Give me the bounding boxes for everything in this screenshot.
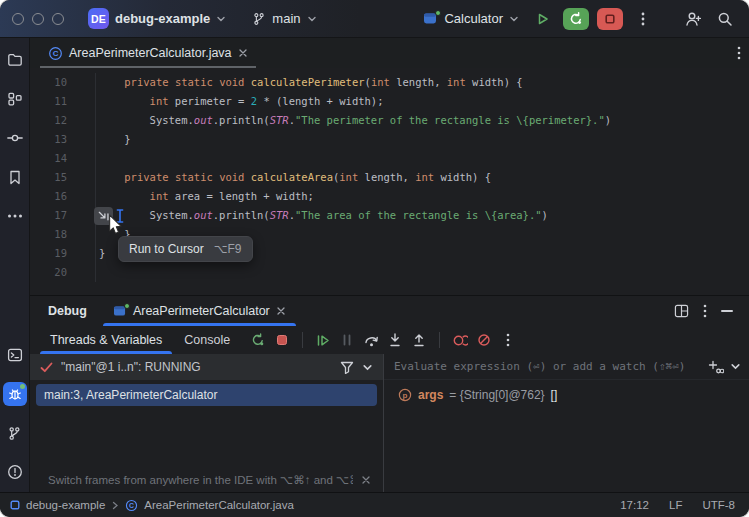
- code-editor[interactable]: 10 private static void calculatePerimete…: [30, 68, 749, 295]
- session-app-icon: [113, 305, 127, 317]
- step-out-button[interactable]: [411, 332, 427, 348]
- sidebar-item-more[interactable]: [3, 204, 27, 228]
- code-line[interactable]: 17 System.out.println(STR."The area of t…: [30, 206, 749, 225]
- debug-running-dot: [20, 384, 25, 389]
- stack-frame-label: main:3, AreaPerimeterCalculator: [44, 388, 217, 402]
- add-watch-icon[interactable]: [708, 360, 724, 374]
- project-widget[interactable]: DE debug-example: [82, 5, 232, 32]
- tab-threads-variables[interactable]: Threads & Variables: [48, 326, 164, 354]
- gutter[interactable]: [67, 225, 96, 244]
- rerun-debug-button[interactable]: [563, 8, 589, 30]
- chevron-right-icon: [111, 501, 119, 510]
- code-line[interactable]: 11 int perimeter = 2 * (length + width);: [30, 92, 749, 111]
- editor-tab[interactable]: C AreaPerimeterCalculator.java: [40, 38, 256, 68]
- thread-selector[interactable]: "main"@1 i..n": RUNNING: [30, 354, 383, 380]
- code-text: int perimeter = 2 * (length + width);: [96, 92, 384, 111]
- rerun-button[interactable]: [250, 332, 266, 348]
- chevron-down-icon: [307, 14, 317, 24]
- code-text: System.out.println(STR."The area of the …: [96, 206, 548, 225]
- resume-button[interactable]: [315, 332, 331, 348]
- debug-more-kebab-icon[interactable]: [500, 332, 516, 348]
- sidebar-item-problems[interactable]: [3, 460, 27, 484]
- gutter[interactable]: [67, 244, 96, 263]
- hide-panel-icon[interactable]: [721, 310, 733, 312]
- code-line[interactable]: 16 int area = length + width;: [30, 187, 749, 206]
- parameter-icon: p: [398, 388, 412, 402]
- gutter[interactable]: [67, 111, 96, 130]
- stop-debug-button[interactable]: [274, 332, 290, 348]
- run-more-actions-button[interactable]: [631, 8, 655, 30]
- structure-icon: [7, 91, 23, 107]
- pause-button[interactable]: [339, 332, 355, 348]
- thread-status-check-icon: [40, 362, 53, 373]
- code-line[interactable]: 13 }: [30, 130, 749, 149]
- branch-widget[interactable]: main: [246, 8, 322, 29]
- stop-square-icon: [604, 13, 616, 25]
- chevron-down-icon[interactable]: [362, 362, 373, 373]
- user-plus-icon: [685, 11, 702, 27]
- sidebar-item-project[interactable]: [3, 48, 27, 72]
- file-encoding[interactable]: UTF-8: [702, 499, 735, 511]
- line-number: 18: [30, 225, 67, 244]
- commit-node-icon: [7, 130, 23, 146]
- search-everywhere-button[interactable]: [713, 8, 737, 30]
- gutter[interactable]: [67, 92, 96, 111]
- zoom-window-button[interactable]: [52, 13, 64, 25]
- code-line[interactable]: 20: [30, 263, 749, 282]
- project-badge-icon: DE: [88, 8, 109, 29]
- gutter[interactable]: [67, 263, 96, 282]
- mute-breakpoints-button[interactable]: [476, 332, 492, 348]
- chevron-down-icon[interactable]: [730, 361, 741, 372]
- step-into-button[interactable]: [387, 332, 403, 348]
- debug-session-tab[interactable]: AreaPerimeterCalculator: [109, 296, 290, 326]
- panel-options-kebab-icon[interactable]: [703, 304, 707, 318]
- tab-console[interactable]: Console: [182, 326, 232, 354]
- sidebar-item-bookmarks[interactable]: [3, 165, 27, 189]
- stop-button[interactable]: [597, 8, 623, 30]
- step-into-icon: [389, 333, 401, 347]
- minimize-window-button[interactable]: [32, 13, 44, 25]
- code-line[interactable]: 15 private static void calculateArea(int…: [30, 168, 749, 187]
- run-configuration-selector[interactable]: Calculator: [419, 8, 523, 29]
- line-ending[interactable]: LF: [669, 499, 682, 511]
- titlebar: DE debug-example main Calculator: [0, 0, 749, 38]
- gutter[interactable]: [67, 206, 96, 225]
- close-icon[interactable]: [276, 306, 286, 316]
- ide-window: DE debug-example main Calculator: [0, 0, 749, 517]
- hint-text: Switch frames from anywhere in the IDE w…: [48, 473, 353, 487]
- sidebar-item-commit[interactable]: [3, 126, 27, 150]
- variable-row-args[interactable]: p args = {String[0]@762} []: [384, 380, 749, 402]
- gutter[interactable]: [67, 187, 96, 206]
- sidebar-item-structure[interactable]: [3, 87, 27, 111]
- code-with-me-button[interactable]: [681, 8, 705, 30]
- run-button[interactable]: [531, 8, 555, 30]
- gutter[interactable]: [67, 130, 96, 149]
- gutter[interactable]: [67, 149, 96, 168]
- code-line[interactable]: 10 private static void calculatePerimete…: [30, 73, 749, 92]
- gutter[interactable]: [67, 168, 96, 187]
- stack-frame-item-selected[interactable]: main:3, AreaPerimeterCalculator: [36, 384, 377, 406]
- caret-position[interactable]: 17:12: [620, 499, 649, 511]
- gutter[interactable]: [67, 73, 96, 92]
- evaluate-expression-bar[interactable]: Evaluate expression (⏎) or add a watch (…: [384, 354, 749, 380]
- sidebar-item-debug[interactable]: [3, 382, 27, 406]
- code-line[interactable]: 14: [30, 149, 749, 168]
- close-window-button[interactable]: [12, 13, 24, 25]
- sidebar-item-version-control[interactable]: [3, 421, 27, 445]
- view-breakpoints-button[interactable]: [452, 332, 468, 348]
- sidebar-item-terminal[interactable]: [3, 343, 27, 367]
- code-line[interactable]: 12 System.out.println(STR."The perimeter…: [30, 111, 749, 130]
- editor-options-kebab-icon[interactable]: [737, 46, 741, 60]
- debug-session-tab-label: AreaPerimeterCalculator: [133, 304, 270, 318]
- line-number: 15: [30, 168, 67, 187]
- filter-funnel-icon[interactable]: [340, 361, 354, 374]
- thread-label: "main"@1 i..n": RUNNING: [61, 360, 332, 374]
- svg-text:C: C: [53, 49, 59, 58]
- dismiss-hint-icon[interactable]: [361, 475, 371, 485]
- variable-preview: []: [551, 388, 558, 402]
- resume-icon: [316, 334, 330, 347]
- step-over-button[interactable]: [363, 332, 379, 348]
- layout-settings-icon[interactable]: [674, 304, 689, 318]
- breadcrumb[interactable]: debug-example C AreaPerimeterCalculator.…: [10, 499, 294, 512]
- close-icon[interactable]: [238, 48, 248, 58]
